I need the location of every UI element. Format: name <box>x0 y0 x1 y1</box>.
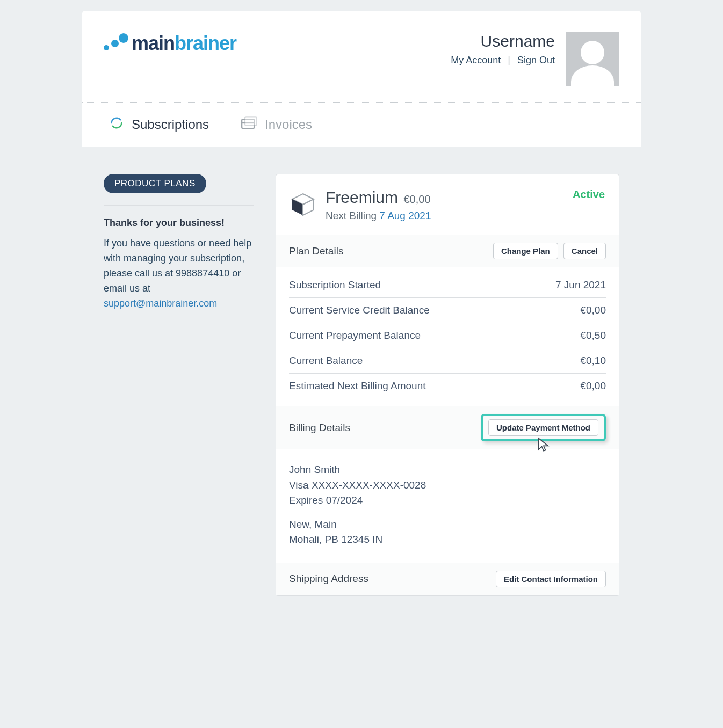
table-row: Current Prepayment Balance €0,50 <box>289 323 606 348</box>
billing-name: John Smith <box>289 462 606 478</box>
username: Username <box>451 32 555 50</box>
support-email-link[interactable]: support@mainbrainer.com <box>104 298 217 309</box>
tab-invoices-label: Invoices <box>265 117 312 132</box>
tab-invoices[interactable]: Invoices <box>241 115 312 134</box>
tab-bar: Subscriptions Invoices <box>82 103 641 147</box>
product-plans-pill: PRODUCT PLANS <box>104 174 206 193</box>
logo-icon <box>104 33 126 54</box>
edit-contact-button[interactable]: Edit Contact Information <box>496 571 606 587</box>
table-row: Estimated Next Billing Amount €0,00 <box>289 374 606 398</box>
sign-out-link[interactable]: Sign Out <box>517 55 555 65</box>
billing-addr2: Mohali, PB 12345 IN <box>289 532 606 548</box>
page-root: mainbrainer Username My Account | Sign O… <box>71 0 652 607</box>
shipping-title: Shipping Address <box>289 573 368 585</box>
next-billing: Next Billing 7 Aug 2021 <box>326 210 431 222</box>
table-row: Subscription Started 7 Jun 2021 <box>289 273 606 298</box>
cursor-icon <box>537 437 550 454</box>
avatar[interactable] <box>566 32 619 86</box>
refresh-icon <box>109 115 124 134</box>
billing-expires: Expires 07/2024 <box>289 493 606 508</box>
highlight-box: Update Payment Method <box>481 414 606 441</box>
main-card: mainbrainer Username My Account | Sign O… <box>82 11 641 147</box>
table-row: Current Service Credit Balance €0,00 <box>289 298 606 323</box>
tab-subscriptions-label: Subscriptions <box>132 117 209 132</box>
body-area: PRODUCT PLANS Thanks for your business! … <box>82 147 641 596</box>
shipping-bar: Shipping Address Edit Contact Informatio… <box>276 563 619 595</box>
header: mainbrainer Username My Account | Sign O… <box>82 11 641 102</box>
change-plan-button[interactable]: Change Plan <box>493 243 558 259</box>
update-payment-button[interactable]: Update Payment Method <box>488 419 598 436</box>
sidebar: PRODUCT PLANS Thanks for your business! … <box>104 174 254 596</box>
cube-icon <box>290 192 316 217</box>
plan-details-title: Plan Details <box>289 245 343 257</box>
plan-name: Freemium <box>326 188 398 206</box>
plan-details-bar: Plan Details Change Plan Cancel <box>276 235 619 267</box>
next-billing-date: 7 Aug 2021 <box>379 210 431 221</box>
plan-price: €0,00 <box>403 193 430 205</box>
user-block: Username My Account | Sign Out <box>451 32 619 86</box>
cancel-plan-button[interactable]: Cancel <box>563 243 606 259</box>
support-message: If you have questions or need help with … <box>104 236 254 311</box>
billing-card: Visa XXXX-XXXX-XXXX-0028 <box>289 478 606 493</box>
svg-rect-2 <box>245 117 257 125</box>
my-account-link[interactable]: My Account <box>451 55 501 65</box>
logo-text: mainbrainer <box>132 32 236 55</box>
invoice-icon <box>241 115 257 134</box>
billing-details-bar: Billing Details Update Payment Method <box>276 406 619 449</box>
thanks-heading: Thanks for your business! <box>104 217 254 229</box>
table-row: Current Balance €0,10 <box>289 348 606 374</box>
plan-details-rows: Subscription Started 7 Jun 2021 Current … <box>276 267 619 406</box>
plan-panel: Freemium €0,00 Next Billing 7 Aug 2021 A… <box>276 174 619 596</box>
tab-subscriptions[interactable]: Subscriptions <box>109 115 209 134</box>
status-badge: Active <box>573 188 605 201</box>
billing-details-title: Billing Details <box>289 422 350 434</box>
sidebar-separator <box>104 205 254 206</box>
plan-header: Freemium €0,00 Next Billing 7 Aug 2021 A… <box>276 174 619 235</box>
billing-body: John Smith Visa XXXX-XXXX-XXXX-0028 Expi… <box>276 449 619 563</box>
logo: mainbrainer <box>104 32 236 55</box>
billing-addr1: New, Main <box>289 517 606 533</box>
